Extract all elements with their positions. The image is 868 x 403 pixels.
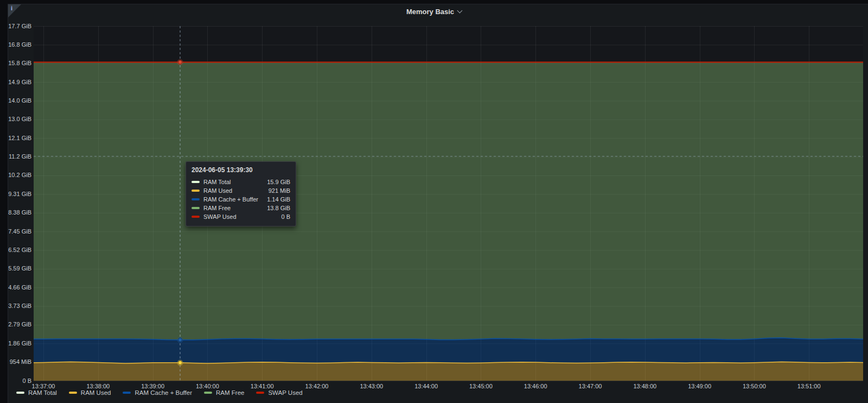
tooltip-swatch [192, 190, 200, 192]
y-axis-label: 15.8 GiB [0, 60, 31, 67]
legend-label: RAM Used [81, 389, 111, 396]
x-axis-label: 13:38:00 [86, 383, 110, 389]
x-axis-label: 13:40:00 [196, 383, 219, 389]
legend-label: RAM Free [216, 389, 244, 396]
legend-label: SWAP Used [268, 389, 302, 396]
x-axis-label: 13:49:00 [688, 383, 711, 389]
y-axis-label: 3.73 GiB [0, 303, 31, 310]
tooltip-swatch [192, 207, 200, 209]
y-axis-label: 14.9 GiB [0, 79, 31, 86]
x-axis-label: 13:48:00 [633, 383, 656, 389]
area-ram-free [30, 62, 864, 339]
area-ram-cache-buffer [30, 338, 864, 363]
x-axis-label: 13:43:00 [360, 383, 383, 389]
tooltip-series-value: 1.14 GiB [267, 196, 290, 203]
y-axis-label: 2.79 GiB [0, 321, 31, 328]
legend-item-ram-cache-buffer[interactable]: RAM Cache + Buffer [123, 389, 192, 396]
x-axis-label: 13:46:00 [524, 383, 547, 389]
legend-label: RAM Total [28, 389, 57, 396]
y-axis-label: 16.8 GiB [0, 41, 31, 48]
tooltip-row-ram-free: RAM Free13.8 GiB [192, 204, 290, 212]
x-axis-label: 13:45:00 [469, 383, 493, 389]
memory-chart-plot[interactable] [0, 0, 868, 403]
y-axis-label: 14.0 GiB [0, 97, 31, 104]
x-axis-label: 13:42:00 [305, 383, 329, 389]
tooltip-row-swap-used: SWAP Used0 B [192, 212, 290, 221]
tooltip-series-name: RAM Total [203, 179, 231, 185]
legend-item-swap-used[interactable]: SWAP Used [256, 389, 302, 396]
x-axis-label: 13:37:00 [32, 383, 55, 389]
hover-point-swap-used [177, 59, 183, 65]
tooltip-series-name: RAM Used [203, 187, 232, 194]
y-axis-label: 6.52 GiB [0, 247, 31, 254]
y-axis-label: 13.0 GiB [0, 116, 31, 123]
x-axis-label: 13:44:00 [414, 383, 438, 389]
legend-swatch [256, 392, 264, 394]
tooltip-timestamp: 2024-06-05 13:39:30 [192, 166, 290, 174]
hover-point-ram-cache-buffer [177, 337, 183, 343]
tooltip-series-value: 0 B [281, 213, 290, 220]
stacked-areas [30, 62, 864, 381]
tooltip-swatch [192, 216, 200, 218]
tooltip-series-value: 921 MiB [269, 187, 290, 194]
y-axis-label: 17.7 GiB [0, 23, 31, 30]
hover-point-ram-used [177, 360, 183, 366]
legend-swatch [123, 392, 131, 394]
y-axis-label: 11.2 GiB [0, 153, 31, 160]
tooltip-row-ram-cache-buffer: RAM Cache + Buffer1.14 GiB [192, 195, 290, 204]
tooltip-series-value: 13.8 GiB [267, 205, 290, 211]
x-axis-label: 13:51:00 [797, 383, 821, 389]
legend-swatch [69, 392, 77, 394]
tooltip-series-name: RAM Free [203, 205, 231, 211]
tooltip-swatch [192, 198, 200, 200]
tooltip-swatch [192, 181, 200, 183]
y-axis-label: 1.86 GiB [0, 340, 31, 347]
y-axis-label: 10.2 GiB [0, 172, 31, 179]
grafana-page: i Memory Basic 17.7 GiB16.8 GiB15.8 GiB1… [0, 0, 868, 403]
x-axis-label: 13:41:00 [251, 383, 274, 389]
x-axis-label: 13:50:00 [743, 383, 766, 389]
legend-swatch [204, 392, 212, 394]
tooltip-row-ram-used: RAM Used921 MiB [192, 186, 290, 195]
y-axis-label: 7.45 GiB [0, 228, 31, 235]
y-axis-label: 9.31 GiB [0, 191, 31, 198]
area-ram-used [30, 362, 864, 381]
legend-label: RAM Cache + Buffer [135, 389, 192, 396]
y-axis-label: 4.66 GiB [0, 284, 31, 291]
tooltip-series-name: RAM Cache + Buffer [203, 196, 258, 203]
y-axis-label: 12.1 GiB [0, 135, 31, 142]
x-axis-label: 13:39:00 [141, 383, 164, 389]
legend-item-ram-free[interactable]: RAM Free [204, 389, 244, 396]
hover-tooltip: 2024-06-05 13:39:30 RAM Total15.9 GiBRAM… [186, 161, 296, 226]
tooltip-series-value: 15.9 GiB [267, 179, 290, 185]
legend: RAM TotalRAM UsedRAM Cache + BufferRAM F… [16, 389, 303, 396]
tooltip-row-ram-total: RAM Total15.9 GiB [192, 178, 290, 186]
y-axis-label: 5.59 GiB [0, 265, 31, 272]
tooltip-series-name: SWAP Used [203, 213, 237, 220]
y-axis-label: 8.38 GiB [0, 209, 31, 216]
y-axis-label: 0 B [0, 377, 31, 385]
y-axis-label: 954 MiB [0, 358, 31, 366]
legend-swatch [16, 392, 24, 394]
x-axis-label: 13:47:00 [579, 383, 602, 389]
legend-item-ram-used[interactable]: RAM Used [69, 389, 111, 396]
legend-item-ram-total[interactable]: RAM Total [16, 389, 57, 396]
